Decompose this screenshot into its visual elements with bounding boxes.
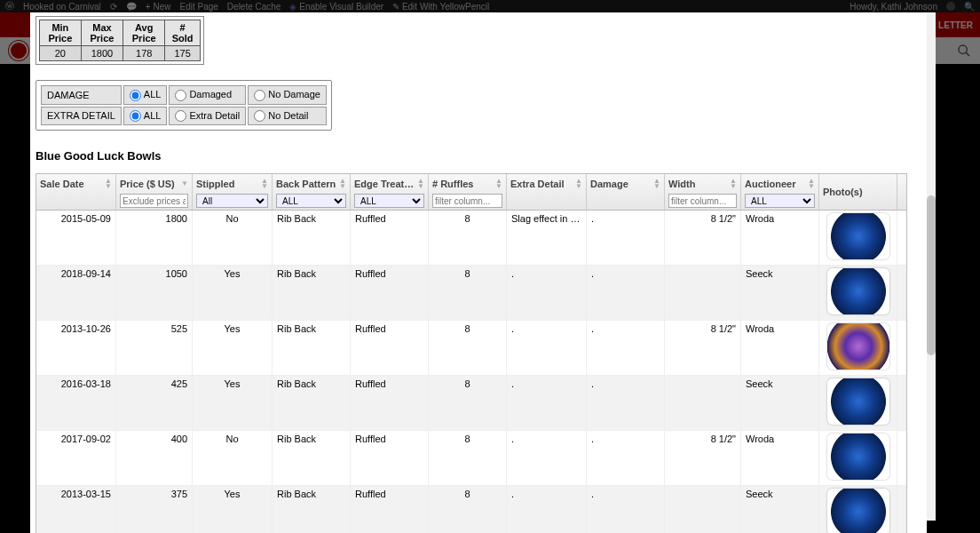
- col-back-pattern[interactable]: Back Pattern▲▼ALL: [273, 174, 351, 210]
- col-ruffles[interactable]: # Ruffles▲▼: [429, 174, 507, 210]
- cell: .: [587, 266, 665, 320]
- photo-thumbnail[interactable]: [827, 434, 889, 480]
- col-auctioneer[interactable]: Auctioneer▲▼ALL: [741, 174, 819, 210]
- cell: 2015-05-09: [36, 211, 116, 265]
- cell: 8 1/2": [665, 211, 741, 265]
- extra-all-radio[interactable]: ALL: [123, 107, 168, 126]
- cell: .: [507, 321, 587, 375]
- damage-none-radio[interactable]: No Damage: [248, 85, 327, 105]
- extra-none-radio[interactable]: No Detail: [248, 107, 327, 126]
- cell: 2013-03-15: [36, 486, 116, 533]
- damage-filter-box: DAMAGE ALL Damaged No Damage EXTRA DETAI…: [36, 80, 332, 131]
- photo-cell[interactable]: [819, 431, 897, 485]
- cell: 8: [429, 266, 507, 320]
- sort-icon[interactable]: ▼: [181, 181, 188, 187]
- sort-icon[interactable]: ▲▼: [808, 179, 815, 189]
- sort-icon[interactable]: ▲▼: [339, 179, 346, 189]
- cell: 8: [429, 486, 507, 533]
- stippled-filter-select[interactable]: All: [196, 194, 268, 208]
- table-row[interactable]: 2013-03-15375YesRib BackRuffled8..Seeck: [36, 486, 906, 533]
- grid-body: 2015-05-091800NoRib BackRuffled8Slag eff…: [36, 211, 906, 533]
- table-row[interactable]: 2016-03-18425YesRib BackRuffled8..Seeck: [36, 376, 906, 431]
- price-filter-input[interactable]: [120, 194, 188, 208]
- cell: .: [507, 431, 587, 485]
- cell: Rib Back: [273, 321, 351, 375]
- photo-thumbnail[interactable]: [827, 378, 889, 425]
- photo-cell[interactable]: [819, 486, 897, 533]
- cell: .: [507, 376, 587, 430]
- cell: Ruffled: [351, 486, 429, 533]
- damage-all-radio[interactable]: ALL: [123, 85, 168, 105]
- col-sale-date[interactable]: Sale Date▲▼: [36, 174, 116, 210]
- photo-thumbnail[interactable]: [827, 268, 889, 314]
- col-damage[interactable]: Damage▲▼: [587, 174, 665, 210]
- edge-filter-select[interactable]: ALL: [354, 194, 424, 208]
- damage-damaged-radio[interactable]: Damaged: [169, 85, 246, 105]
- extra-detail-radio[interactable]: Extra Detail: [169, 107, 246, 126]
- back-filter-select[interactable]: ALL: [276, 194, 346, 208]
- col-price[interactable]: Price ($ US)▼: [116, 174, 193, 210]
- col-width[interactable]: Width▲▼: [665, 174, 741, 210]
- photo-thumbnail[interactable]: [827, 323, 889, 370]
- cell: [665, 266, 741, 320]
- photo-cell[interactable]: [819, 211, 897, 265]
- sort-icon[interactable]: ▲▼: [495, 179, 502, 189]
- sort-icon[interactable]: ▲▼: [417, 179, 424, 189]
- sort-icon[interactable]: ▲▼: [653, 179, 660, 189]
- extra-filter-label: EXTRA DETAIL: [41, 107, 122, 126]
- cell: Rib Back: [273, 376, 351, 430]
- ruffles-filter-input[interactable]: [432, 194, 502, 208]
- grid-header: Sale Date▲▼ Price ($ US)▼ Stippled▲▼All …: [36, 174, 906, 211]
- price-stats-table: Min PriceMax PriceAvg Price# Sold 201800…: [39, 20, 201, 61]
- photo-cell[interactable]: [819, 376, 897, 430]
- cell: 8: [429, 431, 507, 485]
- photo-thumbnail[interactable]: [827, 213, 889, 259]
- table-row[interactable]: 2018-09-141050YesRib BackRuffled8..Seeck: [36, 266, 906, 321]
- stats-header: Avg Price: [123, 20, 165, 46]
- table-row[interactable]: 2017-09-02400NoRib BackRuffled8..8 1/2"W…: [36, 431, 906, 486]
- cell: .: [507, 266, 587, 320]
- cell: Ruffled: [351, 321, 429, 375]
- cell: Yes: [193, 321, 273, 375]
- col-stippled[interactable]: Stippled▲▼All: [193, 174, 273, 210]
- cell: Rib Back: [273, 266, 351, 320]
- cell: Wroda: [741, 321, 819, 375]
- cell: 8: [429, 376, 507, 430]
- photo-cell[interactable]: [819, 321, 897, 375]
- price-stats-box: Min PriceMax PriceAvg Price# Sold 201800…: [36, 16, 204, 65]
- sort-icon[interactable]: ▲▼: [730, 179, 737, 189]
- cell: Rib Back: [273, 486, 351, 533]
- cell: Ruffled: [351, 431, 429, 485]
- results-grid: Sale Date▲▼ Price ($ US)▼ Stippled▲▼All …: [36, 173, 907, 533]
- width-filter-input[interactable]: [668, 194, 737, 208]
- cell: Yes: [193, 486, 273, 533]
- sort-icon[interactable]: ▲▼: [575, 179, 582, 189]
- cell: 425: [116, 376, 193, 430]
- cell: 2013-10-26: [36, 321, 116, 375]
- photo-thumbnail[interactable]: [827, 489, 889, 533]
- sort-icon[interactable]: ▲▼: [105, 179, 112, 189]
- cell: .: [587, 321, 665, 375]
- stats-value: 1800: [81, 46, 122, 61]
- scrollbar-thumb[interactable]: [927, 195, 936, 355]
- photo-cell[interactable]: [819, 266, 897, 320]
- stats-header: Max Price: [81, 20, 122, 46]
- cell: 2016-03-18: [36, 376, 116, 430]
- cell: 375: [116, 486, 193, 533]
- table-row[interactable]: 2015-05-091800NoRib BackRuffled8Slag eff…: [36, 211, 906, 266]
- stats-value: 20: [40, 46, 82, 61]
- sort-icon[interactable]: ▲▼: [261, 179, 268, 189]
- stats-value: 178: [123, 46, 165, 61]
- cell: 1050: [116, 266, 193, 320]
- cell: Seeck: [741, 486, 819, 533]
- cell: [665, 486, 741, 533]
- col-extra-detail[interactable]: Extra Detail▲▼: [507, 174, 587, 210]
- auctioneer-filter-select[interactable]: ALL: [745, 194, 815, 208]
- table-row[interactable]: 2013-10-26525YesRib BackRuffled8..8 1/2"…: [36, 321, 906, 376]
- cell: 400: [116, 431, 193, 485]
- cell: Ruffled: [351, 211, 429, 265]
- content-panel: Min PriceMax PriceAvg Price# Sold 201800…: [30, 12, 927, 533]
- cell: No: [193, 431, 273, 485]
- cell: No: [193, 211, 273, 265]
- col-edge-treatment[interactable]: Edge Treat…▲▼ALL: [351, 174, 429, 210]
